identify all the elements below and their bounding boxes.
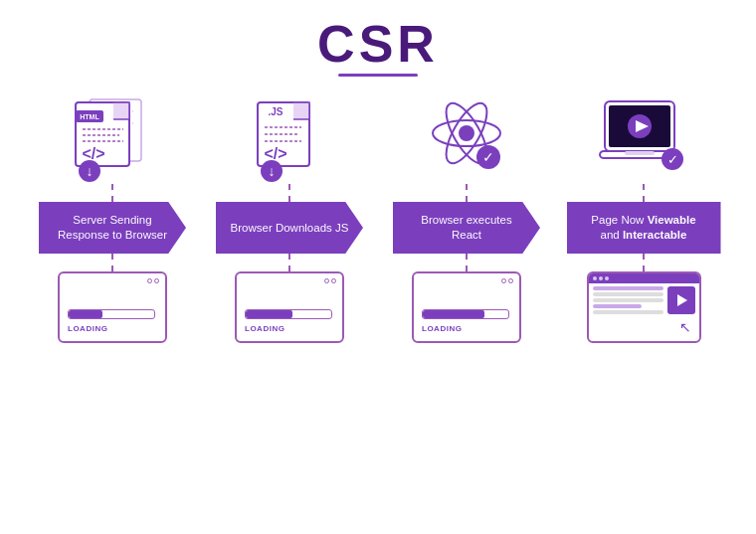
svg-text:↓: ↓	[87, 163, 94, 179]
diagram: HTML </> ↓ Server Sending Response to Br…	[20, 94, 736, 343]
loading-label-2: LOADING	[245, 324, 334, 333]
svg-text:</>: </>	[264, 145, 286, 162]
connector-bottom-4	[643, 254, 645, 271]
svg-point-22	[459, 125, 474, 141]
loading-container-1: LOADING	[68, 309, 157, 333]
box-dots-1	[147, 278, 159, 283]
box-dots-2	[324, 278, 336, 283]
svg-rect-33	[625, 151, 655, 155]
content-line	[593, 298, 663, 302]
step-label-1: Server Sending Response to Browser	[53, 213, 172, 243]
svg-text:.JS: .JS	[268, 106, 283, 117]
svg-text:✓: ✓	[482, 149, 494, 165]
bottom-box-2: LOADING	[235, 271, 344, 343]
connector-2	[288, 184, 290, 202]
loading-track-1	[68, 309, 155, 319]
box-dot	[501, 278, 506, 283]
loading-fill-2	[246, 310, 292, 318]
icon-html-doc: HTML </> ↓	[58, 94, 167, 184]
connector-bottom-3	[466, 254, 468, 271]
svg-text:HTML: HTML	[80, 113, 99, 120]
svg-text:</>: </>	[82, 145, 104, 162]
final-dot	[599, 276, 603, 280]
step-badge-2: Browser Downloads JS	[216, 202, 363, 254]
box-dot	[508, 278, 513, 283]
loading-container-2: LOADING	[245, 309, 334, 333]
final-box-header	[589, 273, 699, 283]
title-underline	[338, 74, 418, 77]
box-dot	[331, 278, 336, 283]
content-line	[593, 310, 663, 314]
step-col-3: ✓ Browser executes React LOADING	[378, 94, 555, 343]
content-line	[593, 286, 663, 290]
icon-react: ✓	[412, 94, 521, 184]
content-line	[593, 304, 643, 308]
page-title: CSR	[317, 18, 439, 70]
video-thumbnail	[667, 286, 695, 314]
step-col-4: ✓ Page Now Viewable and Interactable	[555, 94, 732, 343]
step-label-2: Browser Downloads JS	[231, 221, 349, 236]
step-label-3: Browser executes React	[407, 213, 526, 243]
cursor-icon: ↖	[679, 319, 691, 335]
box-dot	[324, 278, 329, 283]
bottom-box-3: LOADING	[412, 271, 521, 343]
loading-fill-1	[69, 310, 102, 318]
box-dot	[147, 278, 152, 283]
connector-bottom-2	[288, 254, 290, 271]
step-col-2: .JS </> ↓ Browser Downloads JS	[201, 94, 378, 343]
content-line	[593, 292, 663, 296]
icon-js-doc: .JS </> ↓	[235, 94, 344, 184]
title-section: CSR	[317, 18, 439, 77]
box-dot	[154, 278, 159, 283]
loading-label-3: LOADING	[422, 324, 511, 333]
step-badge-4: Page Now Viewable and Interactable	[567, 202, 721, 254]
svg-text:✓: ✓	[666, 152, 677, 167]
play-icon	[677, 294, 687, 306]
svg-text:↓: ↓	[269, 163, 276, 179]
bottom-box-4: ↖	[587, 271, 701, 343]
final-box-left	[593, 286, 663, 338]
loading-fill-3	[423, 310, 484, 318]
step-label-4: Page Now Viewable and Interactable	[581, 213, 707, 243]
icon-laptop: ✓	[589, 94, 698, 184]
step-badge-1: Server Sending Response to Browser	[39, 202, 186, 254]
loading-label-1: LOADING	[68, 324, 157, 333]
loading-track-3	[422, 309, 509, 319]
connector-bottom-1	[111, 254, 113, 271]
connector-1	[111, 184, 113, 202]
step-badge-3: Browser executes React	[393, 202, 540, 254]
connector-4	[643, 184, 645, 202]
loading-container-3: LOADING	[422, 309, 511, 333]
step-col-1: HTML </> ↓ Server Sending Response to Br…	[24, 94, 201, 343]
bottom-box-1: LOADING	[58, 271, 167, 343]
box-dots-3	[501, 278, 513, 283]
loading-track-2	[245, 309, 332, 319]
connector-3	[466, 184, 468, 202]
final-dot	[605, 276, 609, 280]
final-dot	[593, 276, 597, 280]
